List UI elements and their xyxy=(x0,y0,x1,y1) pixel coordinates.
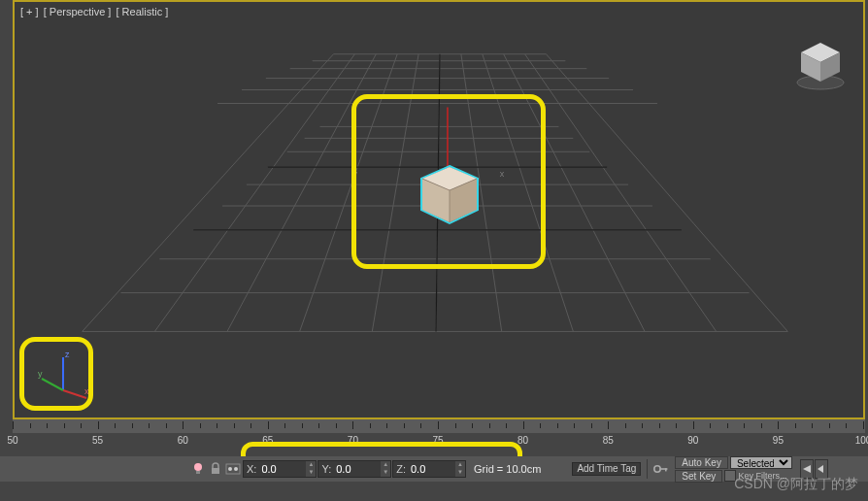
tick-major xyxy=(352,421,353,429)
tick-minor xyxy=(404,423,405,428)
svg-line-17 xyxy=(154,54,354,332)
x-spinner[interactable]: ▲▼ xyxy=(306,461,316,477)
y-spinner[interactable]: ▲▼ xyxy=(381,461,390,477)
timeline-ticks[interactable] xyxy=(13,419,865,433)
tick-minor xyxy=(642,423,643,428)
svg-text:y: y xyxy=(38,369,43,379)
z-spinner[interactable]: ▲▼ xyxy=(455,461,465,477)
axis-gizmo: z x y xyxy=(36,344,94,402)
tick-minor xyxy=(47,423,48,428)
svg-line-24 xyxy=(504,54,645,332)
svg-point-50 xyxy=(234,467,238,471)
svg-line-43 xyxy=(42,379,63,390)
tick-minor xyxy=(115,423,116,428)
tick-minor xyxy=(200,423,201,428)
svg-line-18 xyxy=(227,54,376,332)
svg-rect-53 xyxy=(665,468,667,471)
tick-label: 80 xyxy=(517,435,528,446)
x-coord-field: X: ▲▼ xyxy=(243,460,317,478)
tick-label: 100 xyxy=(855,435,868,446)
svg-line-19 xyxy=(300,54,398,332)
transform-type-in: X: ▲▼ Y: ▲▼ Z: ▲▼ xyxy=(243,460,466,478)
tick-minor xyxy=(761,423,762,428)
tick-minor xyxy=(284,423,285,428)
tick-minor xyxy=(81,423,82,428)
tick-minor xyxy=(64,423,65,428)
axis-x-label: x xyxy=(500,169,505,179)
tick-minor xyxy=(557,423,558,428)
autokey-button[interactable]: Auto Key xyxy=(675,456,728,469)
tick-label: 55 xyxy=(92,435,103,446)
tick-major xyxy=(438,421,439,429)
tick-minor xyxy=(336,423,337,428)
axis-y-label: y xyxy=(352,169,357,179)
tick-major xyxy=(13,421,14,429)
tick-major xyxy=(183,421,184,429)
y-coord-field: Y: ▲▼ xyxy=(317,460,391,478)
tick-label: 75 xyxy=(432,435,443,446)
tick-minor xyxy=(489,423,490,428)
tick-minor xyxy=(625,423,626,428)
tick-label: 90 xyxy=(687,435,698,446)
tick-minor xyxy=(591,423,592,428)
tick-minor xyxy=(234,423,235,428)
x-input[interactable] xyxy=(259,461,306,477)
selected-cube[interactable] xyxy=(417,163,483,229)
svg-line-20 xyxy=(372,54,418,332)
tick-minor xyxy=(370,423,371,428)
tick-minor xyxy=(727,423,728,428)
y-label: Y: xyxy=(318,463,334,475)
tick-minor xyxy=(472,423,473,428)
tick-minor xyxy=(710,423,711,428)
tick-minor xyxy=(829,423,830,428)
svg-marker-54 xyxy=(803,465,811,473)
tick-major xyxy=(268,421,269,429)
y-input[interactable] xyxy=(334,461,381,477)
script-listener-icon[interactable] xyxy=(190,461,206,477)
tick-minor xyxy=(166,423,167,428)
key-filter-select[interactable]: Selected xyxy=(730,456,792,469)
svg-point-51 xyxy=(654,466,660,472)
tick-minor xyxy=(676,423,677,428)
separator xyxy=(647,459,648,479)
svg-line-25 xyxy=(525,54,717,332)
svg-text:z: z xyxy=(65,350,70,359)
tick-major xyxy=(98,421,99,429)
tick-minor xyxy=(540,423,541,428)
viewport[interactable]: [ + ] [ Perspective ] [ Realistic ] xyxy=(13,0,865,419)
tick-major xyxy=(693,421,694,429)
setkey-button[interactable]: Set Key xyxy=(675,470,722,483)
z-input[interactable] xyxy=(409,461,455,477)
svg-marker-55 xyxy=(818,465,823,473)
lock-icon[interactable] xyxy=(208,461,223,477)
tick-minor xyxy=(812,423,813,428)
timeline[interactable]: 50556065707580859095100 xyxy=(13,419,865,454)
viewcube[interactable] xyxy=(791,37,850,95)
tick-major xyxy=(778,421,779,429)
svg-line-26 xyxy=(546,54,787,332)
add-time-tag-button[interactable]: Add Time Tag xyxy=(572,462,641,476)
tick-minor xyxy=(149,423,150,428)
tick-minor xyxy=(386,423,387,428)
tick-label: 50 xyxy=(7,435,17,446)
tick-label: 70 xyxy=(348,435,358,446)
tick-major xyxy=(523,421,524,429)
z-label: Z: xyxy=(393,463,409,475)
z-coord-field: Z: ▲▼ xyxy=(392,460,466,478)
tick-minor xyxy=(455,423,456,428)
tick-minor xyxy=(659,423,660,428)
tick-minor xyxy=(846,423,847,428)
watermark: CSDN @阿拉丁的梦 xyxy=(734,476,858,493)
key-icon[interactable] xyxy=(653,461,669,477)
svg-rect-46 xyxy=(196,471,200,474)
timeline-labels: 50556065707580859095100 xyxy=(13,433,865,449)
tick-minor xyxy=(302,423,303,428)
selection-lock-icon[interactable] xyxy=(225,461,241,477)
tick-minor xyxy=(744,423,745,428)
tick-label: 65 xyxy=(262,435,273,446)
tick-label: 95 xyxy=(773,435,784,446)
tick-minor xyxy=(250,423,251,428)
tick-minor xyxy=(132,423,133,428)
grid-display: Grid = 10.0cm xyxy=(474,463,541,475)
tick-major xyxy=(863,421,864,429)
